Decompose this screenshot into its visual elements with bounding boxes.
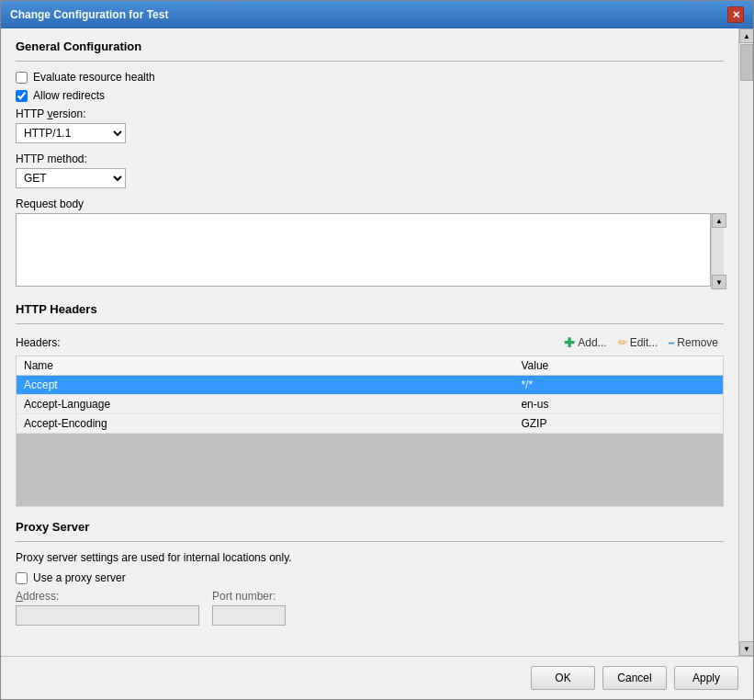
- dialog-window: Change Configuration for Test ✕ General …: [0, 0, 754, 700]
- dialog-footer: OK Cancel Apply: [1, 656, 753, 699]
- proxy-divider: [16, 541, 724, 542]
- row-value: GZIP: [513, 414, 723, 434]
- table-empty-row: [17, 434, 724, 507]
- remove-icon: ━: [669, 338, 674, 348]
- use-proxy-checkbox[interactable]: [16, 572, 28, 584]
- plus-icon: ✚: [564, 335, 575, 350]
- headers-label: Headers:: [16, 336, 558, 349]
- http-method-label: HTTP method:: [16, 152, 724, 165]
- row-value: en-us: [513, 395, 723, 414]
- http-headers-section: HTTP Headers Headers: ✚ Add... ✏ Edit...…: [16, 302, 724, 507]
- port-field-group: Port number:: [212, 590, 286, 626]
- edit-icon: ✏: [618, 336, 627, 349]
- edit-btn-label: Edit...: [630, 336, 658, 349]
- col-name-header: Name: [17, 356, 514, 376]
- scroll-up-btn[interactable]: ▲: [712, 213, 726, 228]
- title-bar: Change Configuration for Test ✕: [1, 1, 753, 28]
- scroll-up-button[interactable]: ▲: [739, 28, 753, 43]
- col-value-header: Value: [513, 356, 723, 376]
- allow-redirects-row: Allow redirects: [16, 89, 724, 102]
- scroll-thumb[interactable]: [740, 44, 753, 81]
- use-proxy-row: Use a proxy server: [16, 571, 724, 584]
- apply-button[interactable]: Apply: [674, 666, 738, 690]
- headers-table: Name Value Accept */* Accept-Language en…: [16, 356, 724, 507]
- port-label: Port number:: [212, 590, 286, 603]
- address-input[interactable]: [16, 605, 199, 626]
- general-divider: [16, 61, 724, 62]
- http-version-select[interactable]: HTTP/1.1 HTTP/1.0 HTTP/2.0: [16, 123, 126, 143]
- add-btn-label: Add...: [578, 336, 606, 349]
- scroll-down-button[interactable]: ▼: [739, 641, 753, 656]
- request-body-textarea[interactable]: [16, 213, 711, 287]
- close-button[interactable]: ✕: [727, 6, 744, 23]
- remove-header-button[interactable]: ━ Remove: [663, 334, 724, 351]
- proxy-address-row: Address: Port number:: [16, 590, 724, 626]
- main-scrollbar: ▲ ▼: [738, 28, 753, 656]
- row-name: Accept-Encoding: [17, 414, 514, 434]
- table-row[interactable]: Accept-Encoding GZIP: [17, 414, 724, 434]
- port-input[interactable]: [212, 605, 286, 626]
- address-field-group: Address:: [16, 590, 199, 626]
- content-area: General Configuration Evaluate resource …: [1, 28, 738, 656]
- http-version-label: HTTP version:: [16, 107, 724, 120]
- table-row[interactable]: Accept */*: [17, 376, 724, 395]
- http-headers-title: HTTP Headers: [16, 302, 724, 316]
- table-row[interactable]: Accept-Language en-us: [17, 395, 724, 414]
- proxy-description: Proxy server settings are used for inter…: [16, 551, 724, 564]
- remove-btn-label: Remove: [677, 336, 718, 349]
- edit-header-button[interactable]: ✏ Edit...: [613, 334, 664, 351]
- allow-redirects-label: Allow redirects: [33, 89, 105, 102]
- cancel-button[interactable]: Cancel: [602, 666, 667, 690]
- general-config-section: General Configuration Evaluate resource …: [16, 40, 724, 289]
- headers-toolbar: Headers: ✚ Add... ✏ Edit... ━ Remove: [16, 333, 724, 352]
- address-label: Address:: [16, 590, 199, 603]
- general-section-title: General Configuration: [16, 40, 724, 53]
- ok-button[interactable]: OK: [531, 666, 595, 690]
- http-method-select[interactable]: GET POST PUT DELETE HEAD OPTIONS: [16, 168, 126, 188]
- row-name: Accept-Language: [17, 395, 514, 414]
- allow-redirects-checkbox[interactable]: [16, 90, 28, 102]
- textarea-scrollbar: ▲ ▼: [711, 213, 724, 289]
- proxy-section-title: Proxy Server: [16, 520, 724, 534]
- use-proxy-label: Use a proxy server: [33, 571, 126, 584]
- add-header-button[interactable]: ✚ Add...: [558, 333, 612, 352]
- evaluate-health-checkbox[interactable]: [16, 72, 28, 84]
- dialog-title: Change Configuration for Test: [10, 8, 168, 21]
- scroll-down-btn[interactable]: ▼: [712, 275, 726, 289]
- row-name: Accept: [17, 376, 514, 395]
- evaluate-health-row: Evaluate resource health: [16, 71, 724, 84]
- headers-divider: [16, 323, 724, 324]
- evaluate-health-label: Evaluate resource health: [33, 71, 155, 84]
- dialog-body: General Configuration Evaluate resource …: [1, 28, 753, 656]
- request-body-wrapper: ▲ ▼: [16, 213, 724, 289]
- row-value: */*: [513, 376, 723, 395]
- request-body-label: Request body: [16, 198, 724, 210]
- proxy-server-section: Proxy Server Proxy server settings are u…: [16, 520, 724, 626]
